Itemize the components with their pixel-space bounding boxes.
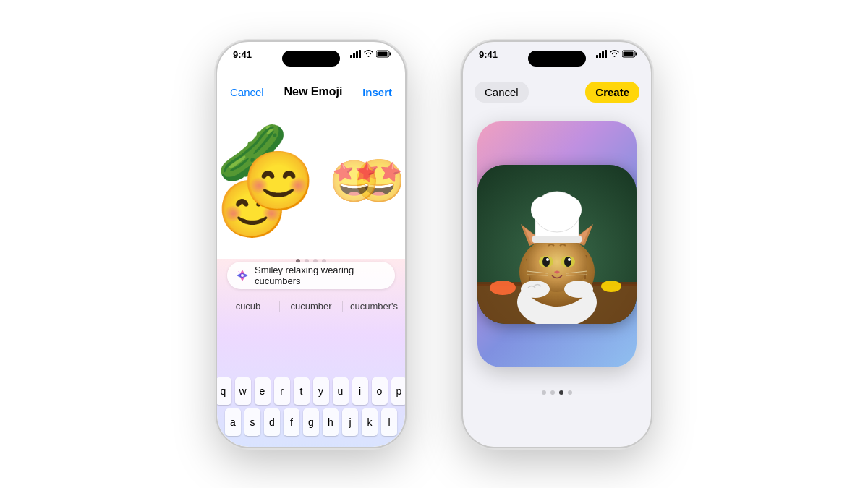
autocomplete-1[interactable]: cucub bbox=[217, 301, 280, 312]
dot2-4 bbox=[568, 390, 572, 395]
battery-icon-1 bbox=[376, 50, 392, 58]
search-text: Smiley relaxing wearing cucumbers bbox=[255, 265, 386, 286]
svg-point-31 bbox=[542, 257, 550, 267]
key-a[interactable]: a bbox=[225, 408, 241, 436]
key-u[interactable]: u bbox=[333, 377, 349, 405]
cat-chef-image bbox=[477, 165, 637, 324]
autocomplete-3[interactable]: cucumber's bbox=[343, 301, 405, 312]
key-j[interactable]: j bbox=[342, 408, 358, 436]
key-o[interactable]: o bbox=[372, 377, 388, 405]
key-y[interactable]: y bbox=[313, 377, 329, 405]
ai-image-area bbox=[477, 121, 637, 367]
phone2-screen: 9:41 bbox=[463, 42, 651, 447]
dot2-1 bbox=[542, 390, 546, 395]
key-row-2: a s d f g h j k l bbox=[220, 408, 402, 436]
key-g[interactable]: g bbox=[303, 408, 319, 436]
battery-icon-2 bbox=[622, 50, 638, 58]
key-d[interactable]: d bbox=[264, 408, 280, 436]
dot2-2 bbox=[550, 390, 555, 395]
svg-rect-12 bbox=[605, 50, 607, 58]
svg-point-42 bbox=[558, 197, 582, 223]
ai-icon bbox=[236, 269, 249, 282]
dynamic-island-1 bbox=[282, 51, 340, 67]
phone1-screen: 9:41 bbox=[217, 42, 405, 447]
emoji-display-row: 😊 🤩 bbox=[217, 113, 405, 250]
svg-rect-15 bbox=[624, 51, 634, 56]
svg-point-32 bbox=[564, 257, 571, 267]
cancel-button-2[interactable]: Cancel bbox=[475, 82, 529, 103]
svg-rect-0 bbox=[350, 55, 352, 58]
key-k[interactable]: k bbox=[362, 408, 378, 436]
svg-rect-1 bbox=[353, 53, 355, 58]
dot2-3 bbox=[559, 390, 563, 395]
svg-rect-10 bbox=[599, 53, 601, 58]
nav-cancel-1[interactable]: Cancel bbox=[230, 86, 264, 98]
page-dots-2 bbox=[463, 390, 651, 395]
svg-rect-43 bbox=[532, 236, 582, 243]
svg-rect-9 bbox=[596, 55, 598, 58]
search-pill[interactable]: Smiley relaxing wearing cucumbers bbox=[227, 262, 395, 289]
key-row-1: q w e r t y u i o p bbox=[220, 377, 402, 405]
svg-point-20 bbox=[490, 281, 516, 295]
nav-insert-1[interactable]: Insert bbox=[362, 86, 392, 98]
status-time-1: 9:41 bbox=[233, 48, 252, 60]
emoji-main[interactable]: 😊 bbox=[242, 147, 315, 215]
svg-rect-6 bbox=[378, 51, 388, 56]
signal-icon-2 bbox=[596, 50, 607, 58]
svg-point-34 bbox=[568, 258, 571, 261]
svg-point-21 bbox=[601, 281, 621, 292]
wifi-icon-2 bbox=[610, 50, 619, 57]
svg-point-44 bbox=[521, 281, 550, 298]
key-t[interactable]: t bbox=[294, 377, 310, 405]
status-icons-1 bbox=[350, 48, 392, 58]
svg-point-8 bbox=[241, 274, 244, 277]
key-e[interactable]: e bbox=[255, 377, 271, 405]
status-time-2: 9:41 bbox=[479, 48, 498, 60]
key-q[interactable]: q bbox=[217, 377, 231, 405]
autocomplete-bar: cucub cucumber cucumber's bbox=[217, 293, 405, 320]
svg-rect-11 bbox=[602, 51, 604, 58]
svg-rect-2 bbox=[356, 51, 358, 58]
svg-rect-5 bbox=[390, 52, 391, 55]
svg-point-45 bbox=[564, 281, 593, 298]
wifi-icon-1 bbox=[364, 50, 373, 57]
create-button[interactable]: Create bbox=[585, 82, 639, 103]
nav-bar-1: Cancel New Emoji Insert bbox=[217, 77, 405, 108]
signal-icon-1 bbox=[350, 50, 361, 58]
key-i[interactable]: i bbox=[352, 377, 368, 405]
svg-rect-14 bbox=[636, 52, 637, 55]
key-p[interactable]: p bbox=[391, 377, 406, 405]
key-s[interactable]: s bbox=[244, 408, 260, 436]
key-l[interactable]: l bbox=[381, 408, 397, 436]
status-icons-2 bbox=[596, 48, 638, 58]
key-f[interactable]: f bbox=[284, 408, 299, 436]
key-w[interactable]: w bbox=[235, 377, 251, 405]
keyboard: q w e r t y u i o p a s d f g h j k l bbox=[217, 377, 405, 440]
svg-point-41 bbox=[531, 197, 554, 223]
phone-2: 9:41 bbox=[463, 42, 651, 447]
svg-rect-3 bbox=[359, 50, 361, 58]
key-r[interactable]: r bbox=[274, 377, 290, 405]
phone2-nav: Cancel Create bbox=[463, 77, 651, 108]
nav-title-1: New Emoji bbox=[284, 85, 342, 98]
key-h[interactable]: h bbox=[323, 408, 339, 436]
dynamic-island-2 bbox=[528, 51, 586, 67]
svg-point-33 bbox=[546, 258, 549, 261]
autocomplete-2[interactable]: cucumber bbox=[280, 301, 343, 312]
phone-1: 9:41 bbox=[217, 42, 405, 447]
emoji-alt[interactable]: 🤩 bbox=[329, 158, 380, 205]
